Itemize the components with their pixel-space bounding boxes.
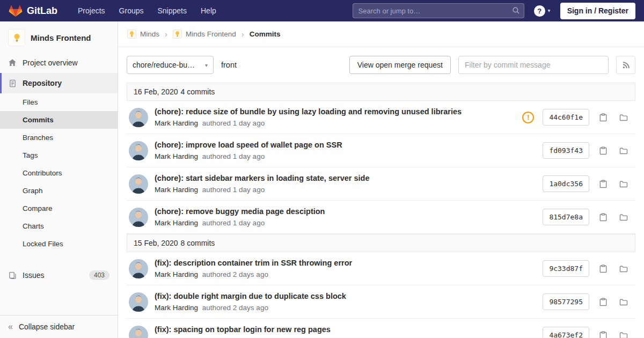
author-avatar[interactable] bbox=[129, 259, 148, 278]
commit-info: (chore): start sidebar markers in loadin… bbox=[155, 174, 534, 194]
commit-info: (chore): improve load speed of wallet pa… bbox=[155, 141, 534, 160]
commit-sha-button[interactable]: 44c60f1e bbox=[543, 109, 589, 126]
sidebar-subitem-files[interactable]: Files bbox=[0, 93, 118, 111]
author-avatar[interactable] bbox=[129, 174, 148, 194]
commit-info: (chore): remove buggy media page descipt… bbox=[155, 207, 534, 227]
browse-files-button[interactable] bbox=[617, 211, 630, 224]
breadcrumb-label: Commits bbox=[250, 30, 281, 38]
author-avatar[interactable] bbox=[129, 141, 148, 160]
commit-author-link[interactable]: Mark Harding bbox=[155, 270, 198, 278]
commit-filter-input[interactable] bbox=[458, 56, 609, 74]
sidebar-item-repository[interactable]: Repository bbox=[0, 73, 118, 93]
breadcrumb-item[interactable]: Commits bbox=[250, 30, 281, 38]
copy-sha-button[interactable] bbox=[597, 296, 610, 308]
commit-sha-button[interactable]: 1a0dc356 bbox=[543, 175, 589, 192]
sidebar-subitem-commits[interactable]: Commits bbox=[0, 111, 118, 129]
home-icon bbox=[8, 58, 17, 67]
commit-row: (fix): description container trim in SSR… bbox=[127, 252, 635, 285]
nav-item-projects[interactable]: Projects bbox=[72, 3, 111, 18]
breadcrumb-item[interactable]: Minds Frontend bbox=[173, 30, 236, 39]
commit-title-link[interactable]: (chore): start sidebar markers in loadin… bbox=[155, 174, 534, 182]
browse-files-button[interactable] bbox=[617, 329, 630, 338]
gitlab-logo[interactable]: GitLab bbox=[9, 4, 57, 18]
browse-files-button[interactable] bbox=[617, 262, 630, 275]
top-navbar: GitLab ProjectsGroupsSnippetsHelp ? ▾ Si… bbox=[0, 0, 644, 21]
breadcrumb-separator: › bbox=[165, 30, 167, 39]
author-avatar[interactable] bbox=[129, 208, 148, 227]
folder-icon bbox=[619, 113, 628, 122]
commit-title-link[interactable]: (chore): reduce size of bundle by using … bbox=[155, 107, 514, 116]
branch-dropdown[interactable]: chore/reduce-bu… ▾ bbox=[127, 56, 214, 74]
collapse-sidebar-button[interactable]: « Collapse sidebar bbox=[0, 315, 118, 338]
commit-time: authored 1 day ago bbox=[202, 219, 265, 227]
breadcrumb-separator: › bbox=[241, 30, 244, 39]
browse-files-button[interactable] bbox=[617, 178, 630, 190]
commits-feed-button[interactable] bbox=[616, 56, 635, 74]
copy-sha-button[interactable] bbox=[597, 329, 610, 338]
commit-author-link[interactable]: Mark Harding bbox=[155, 186, 198, 194]
sidebar-subitem-charts[interactable]: Charts bbox=[0, 217, 118, 235]
commit-author-link[interactable]: Mark Harding bbox=[155, 219, 198, 227]
commit-sha-button[interactable]: fd093f43 bbox=[543, 142, 589, 159]
commit-time: authored 2 days ago bbox=[202, 304, 268, 312]
sidebar-item-project-overview[interactable]: Project overview bbox=[0, 53, 118, 73]
copy-sha-button[interactable] bbox=[597, 262, 610, 275]
commit-sha-button[interactable]: 9c33d87f bbox=[543, 260, 589, 277]
folder-icon bbox=[619, 213, 628, 222]
commit-sha-button[interactable]: 815d7e8a bbox=[543, 209, 589, 225]
commit-date: 16 Feb, 2020 bbox=[134, 87, 178, 96]
commit-title-link[interactable]: (fix): description container trim in SSR… bbox=[155, 259, 534, 267]
browse-files-button[interactable] bbox=[617, 144, 630, 157]
author-avatar[interactable] bbox=[129, 108, 148, 127]
sidebar-subitem-graph[interactable]: Graph bbox=[0, 182, 118, 200]
view-merge-request-button[interactable]: View open merge request bbox=[349, 56, 451, 74]
commit-sha-button[interactable]: 4a673ef2 bbox=[543, 327, 589, 338]
sidebar-item-label: Repository bbox=[23, 79, 62, 87]
nav-item-groups[interactable]: Groups bbox=[114, 3, 149, 18]
sidebar-item-issues[interactable]: Issues 403 bbox=[0, 264, 118, 286]
sign-in-button[interactable]: Sign in / Register bbox=[560, 3, 635, 19]
copy-sha-button[interactable] bbox=[597, 178, 610, 190]
commit-meta: Mark Harding authored 1 day ago bbox=[155, 119, 514, 127]
branch-name: chore/reduce-bu… bbox=[133, 61, 195, 69]
clipboard-icon bbox=[599, 213, 608, 222]
sidebar-subitem-contributors[interactable]: Contributors bbox=[0, 164, 118, 182]
breadcrumb-item[interactable]: Minds bbox=[127, 30, 159, 39]
search-input[interactable] bbox=[353, 3, 524, 18]
commit-sha-button[interactable]: 98577295 bbox=[543, 293, 589, 310]
commit-list: 16 Feb, 20204 commits (chore): reduce si… bbox=[118, 83, 644, 338]
commit-title-link[interactable]: (fix): spacing on topbar login for new r… bbox=[155, 325, 534, 334]
commits-toolbar: chore/reduce-bu… ▾ front View open merge… bbox=[118, 47, 644, 83]
folder-icon bbox=[619, 180, 628, 188]
browse-files-button[interactable] bbox=[617, 296, 630, 308]
copy-sha-button[interactable] bbox=[597, 111, 610, 124]
commit-actions: 9c33d87f bbox=[543, 260, 630, 277]
collapse-icon: « bbox=[8, 322, 13, 331]
repo-subitems: FilesCommitsBranchesTagsContributorsGrap… bbox=[0, 93, 118, 253]
chevron-down-icon: ▾ bbox=[205, 62, 208, 68]
commit-author-link[interactable]: Mark Harding bbox=[155, 152, 198, 160]
clipboard-icon bbox=[599, 113, 608, 122]
nav-item-help[interactable]: Help bbox=[195, 3, 222, 18]
sidebar-subitem-tags[interactable]: Tags bbox=[0, 146, 118, 164]
pipeline-warning-icon[interactable]: ! bbox=[522, 112, 534, 123]
browse-files-button[interactable] bbox=[617, 111, 630, 124]
help-menu[interactable]: ? ▾ bbox=[534, 5, 551, 17]
copy-sha-button[interactable] bbox=[597, 144, 610, 157]
project-header[interactable]: Minds Frontend bbox=[0, 21, 118, 53]
author-avatar[interactable] bbox=[129, 292, 148, 312]
sidebar-subitem-locked-files[interactable]: Locked Files bbox=[0, 235, 118, 253]
commit-time: authored 1 day ago bbox=[202, 152, 265, 160]
commit-title-link[interactable]: (chore): remove buggy media page descipt… bbox=[155, 207, 534, 216]
commit-author-link[interactable]: Mark Harding bbox=[155, 304, 198, 312]
sidebar-subitem-compare[interactable]: Compare bbox=[0, 200, 118, 217]
chevron-down-icon: ▾ bbox=[548, 8, 551, 13]
commit-info: (chore): reduce size of bundle by using … bbox=[155, 107, 514, 127]
sidebar-subitem-branches[interactable]: Branches bbox=[0, 129, 118, 146]
commit-title-link[interactable]: (fix): double right margin due to duplic… bbox=[155, 292, 534, 300]
commit-title-link[interactable]: (chore): improve load speed of wallet pa… bbox=[155, 141, 534, 149]
nav-item-snippets[interactable]: Snippets bbox=[152, 3, 192, 18]
author-avatar[interactable] bbox=[129, 326, 148, 338]
copy-sha-button[interactable] bbox=[597, 211, 610, 224]
commit-author-link[interactable]: Mark Harding bbox=[155, 119, 198, 127]
